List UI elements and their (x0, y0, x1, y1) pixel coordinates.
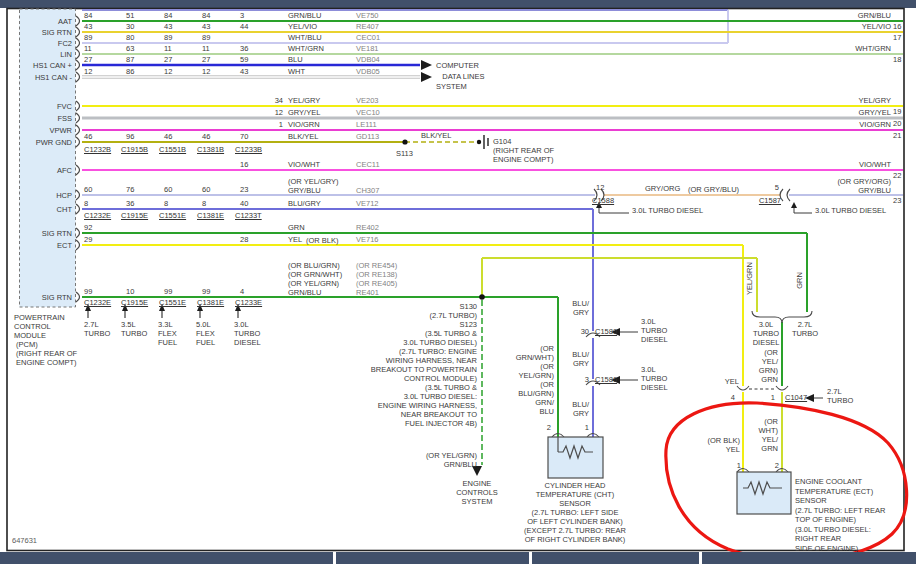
row-number: 20 (893, 119, 909, 128)
wire-color-label: BLU/ GRY (559, 400, 589, 418)
bottom-bar-divider (529, 552, 532, 564)
pin-number: 80 (126, 33, 148, 42)
pin-number: 2 (541, 423, 551, 432)
wiring-diagram-page: AAT845184843GRN/BLUVE750GRN/BLU16SIG RTN… (0, 0, 916, 564)
wire-color-label: YEL/GRY (288, 96, 354, 105)
pin-number: 3 (575, 375, 589, 384)
connector-link[interactable]: C1233T (235, 211, 271, 220)
pin-number: 43 (164, 22, 186, 31)
connector-link[interactable]: C1232E (84, 211, 120, 220)
connector-link[interactable]: C1586 (595, 375, 625, 384)
connector-link[interactable]: C1232E (84, 298, 120, 307)
wire-color-label: GRY/ORG (645, 184, 687, 193)
connector-link[interactable]: C1551E (159, 298, 195, 307)
connector-link[interactable]: C1588 (592, 196, 622, 205)
wire-color-label: BLU (288, 55, 354, 64)
wire-color-label: BLU/GRY (288, 199, 354, 208)
pin-number: 11 (202, 44, 224, 53)
pin-number: 8 (84, 199, 106, 208)
pin-number: 36 (240, 44, 262, 53)
pin-number: 59 (240, 55, 262, 64)
computer-data-lines-label: COMPUTER DATA LINES SYSTEM (436, 61, 506, 93)
connector-link[interactable]: C1915B (121, 145, 157, 154)
wire-color-label: VIO/WHT (288, 160, 354, 169)
engine-variant-label: 3.5L TURBO (121, 320, 161, 338)
pin-number: 89 (202, 33, 224, 42)
wire-color-label: GRN/BLU (288, 11, 354, 20)
ground-wire-label: BLK/YEL (421, 131, 461, 140)
pin-number: 60 (202, 185, 224, 194)
wire-color-label: WHT/BLU (288, 33, 354, 42)
row-number: 19 (893, 107, 909, 116)
inline-connector-note: 2.7L TURBO (827, 387, 861, 405)
connector-link[interactable]: C1381B (197, 145, 233, 154)
connector-link[interactable]: C1381E (197, 298, 233, 307)
ect-sensor-label: ENGINE COOLANT TEMPERATURE (ECT) SENSOR … (795, 477, 916, 553)
pin-number: 76 (126, 185, 148, 194)
pin-number: 2 (769, 461, 779, 470)
wire-color-label: (OR WHT) YEL/ GRN (738, 417, 778, 453)
wire-color-label: (OR GRN/WHT) (OR YEL/GRN) (OR BLU/GRN) G… (494, 344, 554, 416)
circuit-code: CEC01 (356, 33, 416, 42)
connector-link[interactable]: C1381E (197, 211, 233, 220)
wire-color-label: GRN (288, 223, 354, 232)
connector-link[interactable]: C1587 (741, 196, 781, 205)
pcm-pin-label: FC2 (10, 39, 72, 48)
wire-color-label: WHT/GRN (288, 44, 354, 53)
connector-link[interactable]: C1232B (84, 145, 120, 154)
pin-number: 27 (164, 55, 186, 64)
pin-number: 8 (164, 199, 186, 208)
engine-variant-label: 3.0L TURBO DIESEL (234, 320, 274, 347)
circuit-code: VDB05 (356, 67, 416, 76)
connector-link[interactable]: C1551E (159, 211, 195, 220)
connector-link[interactable]: C1580 (595, 327, 625, 336)
connector-link[interactable]: C1551B (159, 145, 195, 154)
connector-link[interactable]: C1915E (121, 211, 157, 220)
pin-number: 12 (164, 67, 186, 76)
pin-number: 10 (126, 287, 148, 296)
connector-link[interactable]: C1915E (121, 298, 157, 307)
pcm-title: POWERTRAIN CONTROL MODULE (PCM) (RIGHT R… (14, 313, 94, 367)
circuit-code: LE111 (356, 120, 416, 129)
splice-note: S130 (2.7L TURBO) S123 (3.5L TURBO & 3.0… (337, 302, 477, 428)
pin-number: 99 (164, 287, 186, 296)
pin-number: 12 (596, 183, 610, 192)
pin-number: 92 (84, 223, 106, 232)
pin-number: 43 (84, 22, 106, 31)
pin-number: 5 (767, 183, 779, 192)
pin-number: 30 (126, 22, 148, 31)
circuit-code: RE407 (356, 22, 416, 31)
engine-variant-label: 2.7L TURBO (786, 320, 824, 338)
connector-link[interactable]: C1233B (235, 145, 271, 154)
circuit-code: GD113 (356, 132, 416, 141)
pin-number: 86 (126, 67, 148, 76)
circuit-code: RE402 (356, 223, 416, 232)
wire-color-label: VIO/GRN (288, 120, 354, 129)
circuit-code: VE203 (356, 96, 416, 105)
ect-sensor-box (737, 472, 791, 514)
pin-number: 70 (240, 132, 262, 141)
wire-color-alt: (OR GRY/BLU) (688, 185, 744, 194)
cht-sensor-box (548, 437, 603, 478)
pin-number: 11 (84, 44, 106, 53)
wire-color-label: BLU/ GRY (559, 299, 589, 317)
wire-color-label: YEL/VIO (288, 22, 354, 31)
pcm-pin-label: AAT (10, 17, 72, 26)
wire-color-alt: (OR BLK) (306, 236, 348, 245)
row-number: 17 (893, 33, 909, 42)
pcm-pin-label: HS1 CAN - (10, 73, 72, 82)
pin-number: 87 (126, 55, 148, 64)
pcm-pin-label: FVC (10, 102, 72, 111)
connector-link[interactable]: C1233E (235, 298, 271, 307)
pin-number: 11 (164, 44, 186, 53)
connector-link[interactable]: C1047 (785, 393, 815, 402)
pin-number: 16 (240, 160, 262, 169)
wire-color-label: YEL (709, 377, 739, 386)
pin-number: 36 (126, 199, 148, 208)
wire-color-right: GRY/YEL (791, 108, 891, 117)
pin-number: 96 (126, 132, 148, 141)
pin-number: 84 (164, 11, 186, 20)
pin-number: 40 (240, 199, 262, 208)
row-number: 23 (893, 196, 909, 205)
circuit-code: VE181 (356, 44, 416, 53)
